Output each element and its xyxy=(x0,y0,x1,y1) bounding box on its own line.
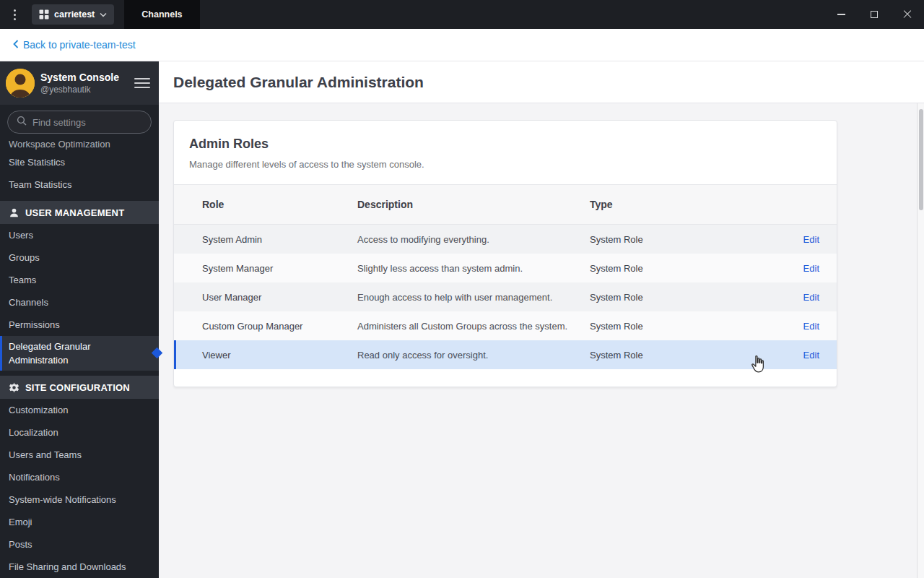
table-row-system-manager: System Manager Slightly less access than… xyxy=(174,254,837,282)
type-cell: System Role xyxy=(590,292,777,303)
gear-icon xyxy=(9,382,19,393)
column-header-role: Role xyxy=(202,199,357,210)
system-console-sidebar: System Console @yesbhautik Workspace Opt… xyxy=(0,61,159,578)
page-title: Delegated Granular Administration xyxy=(173,74,424,91)
back-link-label: Back to private-team-test xyxy=(23,39,136,51)
sidebar-item-label: Workspace Optimization xyxy=(9,138,110,151)
card-header: Admin Roles Manage different levels of a… xyxy=(174,121,837,184)
edit-link-user-manager[interactable]: Edit xyxy=(803,292,819,303)
edit-link-viewer[interactable]: Edit xyxy=(803,350,819,361)
kebab-menu-icon[interactable] xyxy=(0,0,29,29)
scrollbar-thumb[interactable] xyxy=(919,109,923,210)
sidebar-item-emoji[interactable]: Emoji xyxy=(0,511,159,533)
window-controls xyxy=(824,0,924,29)
sidebar-item-workspace-optimization[interactable]: Workspace Optimization xyxy=(0,138,159,151)
column-header-description: Description xyxy=(357,199,590,210)
description-cell: Administers all Custom Groups across the… xyxy=(357,321,590,332)
type-cell: System Role xyxy=(590,263,777,274)
card-title: Admin Roles xyxy=(189,137,819,152)
search-input[interactable] xyxy=(32,117,134,128)
console-title: System Console xyxy=(40,71,134,84)
edit-link-system-admin[interactable]: Edit xyxy=(803,234,819,245)
person-icon xyxy=(9,207,19,218)
search-container xyxy=(0,105,159,138)
sidebar-nav: Workspace Optimization Site Statistics T… xyxy=(0,138,159,578)
close-icon xyxy=(903,10,912,19)
sidebar-item-system-wide-notifications[interactable]: System-wide Notifications xyxy=(0,488,159,511)
page-header: Delegated Granular Administration xyxy=(159,61,924,103)
sidebar-header: System Console @yesbhautik xyxy=(0,61,159,105)
section-site-configuration: SITE CONFIGURATION xyxy=(0,376,159,399)
hamburger-menu-icon[interactable] xyxy=(134,78,150,88)
sidebar-item-site-statistics[interactable]: Site Statistics xyxy=(0,151,159,173)
tab-channels-label: Channels xyxy=(141,9,182,20)
sidebar-item-groups[interactable]: Groups xyxy=(0,246,159,269)
sidebar-item-localization[interactable]: Localization xyxy=(0,421,159,444)
sidebar-item-permissions[interactable]: Permissions xyxy=(0,314,159,336)
content-area: Admin Roles Manage different levels of a… xyxy=(159,120,924,578)
type-cell: System Role xyxy=(590,350,777,361)
sidebar-item-posts[interactable]: Posts xyxy=(0,533,159,556)
tab-channels[interactable]: Channels xyxy=(124,0,199,29)
vertical-scrollbar[interactable] xyxy=(917,103,924,578)
minimize-button[interactable] xyxy=(824,0,858,29)
column-header-type: Type xyxy=(590,199,777,210)
description-cell: Enough access to help with user manageme… xyxy=(357,292,590,303)
table-header-row: Role Description Type xyxy=(174,184,837,225)
description-cell: Slightly less access than system admin. xyxy=(357,263,590,274)
back-link[interactable]: Back to private-team-test xyxy=(13,39,136,51)
server-selector-button[interactable]: carrietest xyxy=(32,4,114,25)
server-grid-icon xyxy=(39,9,49,20)
section-site-configuration-label: SITE CONFIGURATION xyxy=(25,382,130,393)
admin-roles-card: Admin Roles Manage different levels of a… xyxy=(173,120,837,387)
search-icon xyxy=(17,116,27,129)
description-cell: Read only access for oversight. xyxy=(357,350,590,361)
section-user-management-label: USER MANAGEMENT xyxy=(25,207,124,218)
sidebar-item-file-sharing-and-downloads[interactable]: File Sharing and Downloads xyxy=(0,556,159,578)
sidebar-item-channels[interactable]: Channels xyxy=(0,291,159,314)
back-navigation-bar: Back to private-team-test xyxy=(0,29,924,61)
edit-link-custom-group-manager[interactable]: Edit xyxy=(803,321,819,332)
chevron-left-icon xyxy=(13,39,19,51)
sidebar-item-team-statistics[interactable]: Team Statistics xyxy=(0,173,159,196)
role-cell: Custom Group Manager xyxy=(202,321,357,332)
main-panel: Delegated Granular Administration Admin … xyxy=(159,61,924,578)
server-name: carrietest xyxy=(54,9,95,20)
console-identity: System Console @yesbhautik xyxy=(40,71,134,95)
sidebar-item-delegated-granular-administration[interactable]: Delegated Granular Administration xyxy=(0,336,159,371)
sidebar-item-notifications[interactable]: Notifications xyxy=(0,466,159,488)
main-layout: System Console @yesbhautik Workspace Opt… xyxy=(0,61,924,578)
find-settings-search[interactable] xyxy=(7,111,152,134)
sidebar-item-users[interactable]: Users xyxy=(0,224,159,246)
card-subtitle: Manage different levels of access to the… xyxy=(189,159,819,170)
table-row-user-manager: User Manager Enough access to help with … xyxy=(174,282,837,311)
minimize-icon xyxy=(837,14,845,14)
description-cell: Access to modifying everything. xyxy=(357,234,590,245)
type-cell: System Role xyxy=(590,234,777,245)
role-cell: System Admin xyxy=(202,234,357,245)
role-cell: System Manager xyxy=(202,263,357,274)
sidebar-item-users-and-teams[interactable]: Users and Teams xyxy=(0,444,159,466)
chevron-down-icon xyxy=(100,12,107,17)
table-row-viewer: Viewer Read only access for oversight. S… xyxy=(174,340,837,369)
maximize-button[interactable] xyxy=(858,0,891,29)
maximize-icon xyxy=(871,11,878,18)
sidebar-item-customization[interactable]: Customization xyxy=(0,399,159,421)
role-cell: Viewer xyxy=(202,350,357,361)
table-row-system-admin: System Admin Access to modifying everyth… xyxy=(174,225,837,254)
app-window: carrietest Channels Back to private-team… xyxy=(0,0,924,578)
avatar xyxy=(6,69,35,98)
type-cell: System Role xyxy=(590,321,777,332)
role-cell: User Manager xyxy=(202,292,357,303)
admin-roles-table: Role Description Type System Admin Acces… xyxy=(174,184,837,369)
titlebar: carrietest Channels xyxy=(0,0,924,29)
console-username: @yesbhautik xyxy=(40,84,134,95)
edit-link-system-manager[interactable]: Edit xyxy=(803,263,819,274)
close-button[interactable] xyxy=(891,0,924,29)
sidebar-item-teams[interactable]: Teams xyxy=(0,269,159,291)
section-user-management: USER MANAGEMENT xyxy=(0,201,159,224)
table-row-custom-group-manager: Custom Group Manager Administers all Cus… xyxy=(174,311,837,340)
